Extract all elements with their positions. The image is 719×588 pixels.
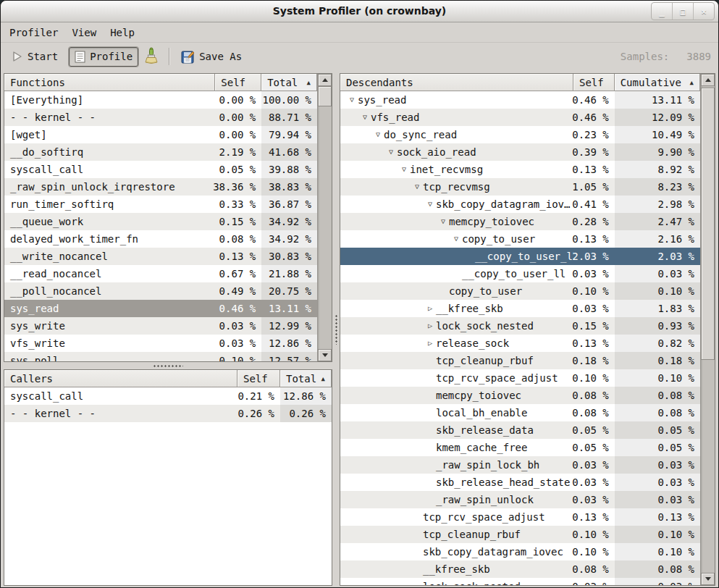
expander-open-icon[interactable]: ▽	[346, 91, 358, 109]
tree-row[interactable]: ▽tcp_recvmsg1.05 %8.23 %	[340, 178, 700, 196]
cumulative-column-header[interactable]: Cumulative▲	[615, 74, 700, 91]
functions-column-header[interactable]: Functions	[4, 74, 215, 91]
table-row[interactable]: [wget]0.00 %79.94 %	[4, 126, 317, 143]
tree-row[interactable]: copy_to_user0.10 %0.10 %	[340, 282, 700, 300]
scroll-down-button[interactable]	[318, 349, 332, 361]
menu-help[interactable]: Help	[110, 27, 135, 38]
scrollbar-track[interactable]	[318, 86, 332, 349]
table-row[interactable]: __do_softirq2.19 %41.68 %	[4, 143, 317, 161]
start-button[interactable]: Start	[7, 48, 63, 65]
tree-row[interactable]: __copy_to_user_ll2.03 %2.03 %	[340, 248, 700, 265]
total-column-header[interactable]: Total▲	[261, 74, 317, 91]
scroll-up-button[interactable]	[701, 74, 715, 86]
tree-row[interactable]: ▷lock_sock_nested0.15 %0.93 %	[340, 317, 700, 335]
expander-closed-icon[interactable]: ▷	[424, 300, 436, 317]
tree-row[interactable]: memcpy_toiovec0.08 %0.08 %	[340, 387, 700, 404]
table-row[interactable]: sys_read0.46 %13.11 %	[4, 300, 317, 317]
table-row[interactable]: __poll_nocancel0.49 %20.75 %	[4, 282, 317, 300]
symbol-name: ▽sock_aio_read	[340, 143, 573, 161]
tree-row[interactable]: ▽sock_aio_read0.39 %9.90 %	[340, 143, 700, 161]
functions-scrollbar[interactable]	[317, 74, 332, 361]
self-column-header[interactable]: Self	[237, 370, 280, 387]
symbol-label: skb_copy_datagram_iovec	[423, 546, 563, 558]
table-row[interactable]: syscall_call0.05 %39.88 %	[4, 161, 317, 178]
table-row[interactable]: sys_poll0.10 %12.57 %	[4, 352, 317, 361]
maximize-button[interactable]: □	[672, 3, 693, 20]
table-row[interactable]: __read_nocancel0.67 %21.88 %	[4, 265, 317, 282]
profile-toggle-button[interactable]: Profile	[69, 47, 138, 67]
title-bar[interactable]: System Profiler (on crownbay) _ □ ✕	[1, 1, 718, 22]
menu-profiler[interactable]: Profiler	[9, 27, 58, 38]
tree-row[interactable]: ▷release_sock0.13 %0.82 %	[340, 335, 700, 352]
reset-brush-button[interactable]	[138, 44, 164, 69]
table-row[interactable]: __queue_work0.15 %34.92 %	[4, 213, 317, 230]
save-as-button[interactable]: Save As	[176, 47, 247, 67]
symbol-label: _raw_spin_unlock	[436, 494, 534, 505]
menu-view[interactable]: View	[72, 27, 96, 38]
table-row[interactable]: run_timer_softirq0.33 %36.87 %	[4, 196, 317, 213]
horizontal-splitter[interactable]	[4, 362, 332, 369]
tree-row[interactable]: ▽inet_recvmsg0.13 %8.92 %	[340, 161, 700, 178]
table-row[interactable]: - - kernel - -0.00 %88.71 %	[4, 109, 317, 126]
vertical-splitter[interactable]	[332, 73, 340, 586]
scroll-down-button[interactable]	[701, 573, 715, 585]
expander-open-icon[interactable]: ▽	[437, 213, 449, 230]
expander-open-icon[interactable]: ▽	[359, 109, 371, 126]
table-row[interactable]: delayed_work_timer_fn0.08 %34.92 %	[4, 230, 317, 248]
expander-open-icon[interactable]: ▽	[385, 143, 397, 161]
descendants-column-header[interactable]: Descendants	[340, 74, 573, 91]
minimize-icon: _	[659, 7, 664, 17]
tree-row[interactable]: __copy_to_user_ll0.03 %0.03 %	[340, 265, 700, 282]
tree-row[interactable]: tcp_cleanup_rbuf0.10 %0.10 %	[340, 526, 700, 543]
tree-row[interactable]: ▷__kfree_skb0.03 %1.83 %	[340, 300, 700, 317]
descendants-scrollbar[interactable]	[700, 74, 715, 585]
tree-row[interactable]: kmem_cache_free0.05 %0.05 %	[340, 439, 700, 456]
tree-row[interactable]: lock_sock_nested0.03 %0.03 %	[340, 578, 700, 585]
tree-row[interactable]: ▽sys_read0.46 %13.11 %	[340, 91, 700, 109]
tree-row[interactable]: skb_copy_datagram_iovec0.10 %0.10 %	[340, 543, 700, 560]
self-percent: 0.41 %	[573, 196, 615, 213]
tree-row[interactable]: local_bh_enable0.08 %0.08 %	[340, 404, 700, 421]
minimize-button[interactable]: _	[652, 3, 672, 20]
scroll-up-button[interactable]	[318, 74, 332, 86]
table-row[interactable]: __write_nocancel0.13 %30.83 %	[4, 248, 317, 265]
total-percent: 0.08 %	[615, 387, 700, 404]
expander-open-icon[interactable]: ▽	[372, 126, 384, 143]
table-row[interactable]: syscall_call0.21 %12.86 %	[4, 387, 332, 405]
tree-row[interactable]: ▽memcpy_toiovec0.28 %2.47 %	[340, 213, 700, 230]
expander-open-icon[interactable]: ▽	[398, 161, 410, 178]
tree-row[interactable]: tcp_cleanup_rbuf0.18 %0.18 %	[340, 352, 700, 369]
tree-row[interactable]: _raw_spin_unlock0.03 %0.03 %	[340, 491, 700, 508]
scrollbar-thumb[interactable]	[701, 88, 715, 360]
expander-open-icon[interactable]: ▽	[411, 178, 423, 196]
expander-closed-icon[interactable]: ▷	[424, 317, 436, 335]
tree-row[interactable]: ▽do_sync_read0.23 %10.49 %	[340, 126, 700, 143]
table-row[interactable]: - - kernel - -0.26 %0.26 %	[4, 405, 332, 422]
self-column-header[interactable]: Self	[215, 74, 261, 91]
expander-closed-icon[interactable]: ▷	[424, 335, 436, 352]
close-button[interactable]: ✕	[693, 3, 714, 20]
tree-row[interactable]: tcp_rcv_space_adjust0.10 %0.10 %	[340, 369, 700, 387]
total-percent: 0.05 %	[615, 439, 700, 456]
expander-open-icon[interactable]: ▽	[450, 230, 462, 248]
expander-open-icon[interactable]: ▽	[424, 196, 436, 213]
tree-row[interactable]: skb_release_data0.05 %0.05 %	[340, 421, 700, 439]
tree-row[interactable]: ▽skb_copy_datagram_iov…0.41 %2.98 %	[340, 196, 700, 213]
table-row[interactable]: sys_write0.03 %12.99 %	[4, 317, 317, 335]
scrollbar-thumb[interactable]	[318, 86, 332, 106]
table-row[interactable]: [Everything]0.00 %100.00 %	[4, 91, 317, 109]
tree-row[interactable]: __kfree_skb0.08 %0.08 %	[340, 560, 700, 578]
total-percent: 0.82 %	[615, 335, 700, 352]
tree-row[interactable]: ▽copy_to_user0.13 %2.16 %	[340, 230, 700, 248]
scrollbar-track[interactable]	[701, 86, 715, 573]
total-column-header[interactable]: Total▲	[280, 370, 332, 387]
tree-row[interactable]: _raw_spin_lock_bh0.03 %0.03 %	[340, 456, 700, 474]
callers-column-header[interactable]: Callers	[4, 370, 237, 387]
tree-row[interactable]: tcp_rcv_space_adjust0.13 %0.13 %	[340, 508, 700, 526]
tree-row[interactable]: skb_release_head_state0.03 %0.03 %	[340, 474, 700, 491]
table-row[interactable]: _raw_spin_unlock_irqrestore38.36 %38.83 …	[4, 178, 317, 196]
close-icon: ✕	[701, 7, 706, 17]
tree-row[interactable]: ▽vfs_read0.46 %12.09 %	[340, 109, 700, 126]
table-row[interactable]: vfs_write0.03 %12.86 %	[4, 335, 317, 352]
self-column-header[interactable]: Self	[573, 74, 615, 91]
